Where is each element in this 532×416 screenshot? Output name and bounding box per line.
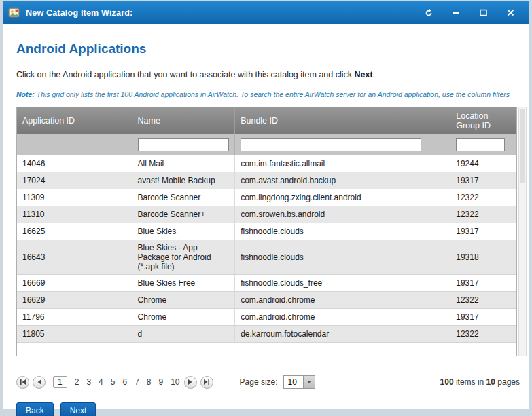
maximize-icon[interactable] — [478, 7, 489, 18]
last-page-icon — [203, 376, 210, 388]
pager-page-2[interactable]: 2 — [75, 377, 79, 387]
table-row[interactable]: 11310 Barcode Scanner+ com.srowen.bs.and… — [17, 206, 516, 223]
cell-application-id: 11309 — [17, 189, 132, 206]
filter-cell-location-group-id — [450, 134, 516, 155]
wizard-window: New Catalog Item Wizard: Android Applica… — [0, 0, 532, 416]
cell-location-group-id: 12322 — [450, 326, 516, 342]
cell-bundle-id: fishnoodle.clouds — [235, 223, 450, 240]
cell-application-id: 14046 — [17, 155, 132, 172]
column-header-bundle-id[interactable]: Bundle ID — [235, 107, 450, 134]
back-button[interactable]: Back — [16, 402, 54, 416]
instruction-next-emphasis: Next — [355, 70, 373, 79]
table-row[interactable]: 16629 Chrome com.android.chrome 12322 — [17, 292, 516, 309]
cell-name: Blue Skies — [132, 223, 236, 240]
cell-location-group-id: 12322 — [450, 292, 516, 308]
cell-name: d — [132, 326, 236, 342]
table-row[interactable]: 16669 Blue Skies Free fishnoodle.clouds_… — [17, 275, 516, 292]
table-row[interactable]: 16643 Blue Skies - App Package for Andro… — [17, 240, 516, 275]
pager-summary: 100 items in 10 pages — [440, 377, 524, 387]
page-size-select[interactable]: 10 — [283, 375, 315, 389]
location-group-id-filter-input[interactable] — [456, 138, 505, 151]
cell-bundle-id: com.android.chrome — [235, 292, 450, 308]
cell-location-group-id: 19317 — [450, 309, 516, 325]
pager-page-6[interactable]: 6 — [122, 377, 127, 387]
pager-bar: 1 2 3 4 5 6 7 8 9 10 Page si — [16, 375, 524, 389]
cell-location-group-id: 12322 — [450, 189, 516, 206]
note-label: Note: — [16, 90, 35, 98]
wizard-footer: Back Next — [16, 402, 529, 416]
scrollbar-thumb[interactable] — [520, 109, 525, 183]
cell-name: Blue Skies - App Package for Android (*.… — [132, 240, 236, 274]
cell-application-id: 11310 — [17, 206, 132, 223]
minimize-icon[interactable] — [450, 7, 461, 18]
cell-name: Chrome — [132, 309, 236, 325]
cell-application-id: 16625 — [17, 223, 132, 240]
bundle-id-filter-input[interactable] — [241, 138, 421, 151]
cell-application-id: 17024 — [17, 172, 132, 189]
cell-application-id: 11805 — [17, 326, 132, 342]
pager-page-10[interactable]: 10 — [171, 377, 179, 387]
summary-item-count: 100 — [440, 377, 454, 387]
refresh-icon[interactable] — [423, 7, 434, 18]
cell-bundle-id: com.srowen.bs.android — [235, 206, 450, 223]
cell-location-group-id: 19318 — [450, 240, 516, 274]
cell-name: Chrome — [132, 292, 236, 308]
pager-page-numbers: 1 2 3 4 5 6 7 8 9 10 — [53, 376, 180, 388]
cell-application-id: 11796 — [17, 309, 132, 325]
pager-next-button[interactable] — [184, 376, 197, 389]
cell-name: Barcode Scanner — [132, 189, 236, 206]
filter-cell-bundle-id — [235, 134, 450, 155]
pager-first-button[interactable] — [16, 376, 29, 389]
pager-page-8[interactable]: 8 — [147, 377, 152, 387]
table-row[interactable]: 11796 Chrome com.android.chrome 19317 — [17, 309, 516, 326]
pager-page-4[interactable]: 4 — [99, 377, 103, 387]
cell-bundle-id: de.karroum.fotocalendar — [235, 326, 450, 342]
vertical-scrollbar[interactable] — [518, 107, 527, 356]
grid-header-row: Application ID Name Bundle ID Location G… — [17, 107, 516, 134]
cell-location-group-id: 19244 — [450, 155, 516, 172]
wizard-content: Android Applications Click on the Androi… — [3, 24, 529, 416]
name-filter-input[interactable] — [138, 138, 229, 151]
cell-location-group-id: 12322 — [450, 206, 516, 223]
pager-page-9[interactable]: 9 — [159, 377, 164, 387]
pager-page-7[interactable]: 7 — [135, 377, 139, 387]
cell-bundle-id: com.avast.android.backup — [235, 172, 450, 189]
filter-cell-name — [132, 134, 236, 155]
column-header-location-group-id[interactable]: Location Group ID — [450, 107, 516, 134]
applications-grid: Application ID Name Bundle ID Location G… — [16, 107, 517, 356]
table-row[interactable]: 17024 avast! Mobile Backup com.avast.and… — [17, 172, 516, 189]
cell-application-id: 16629 — [17, 292, 132, 308]
next-page-icon — [187, 376, 194, 388]
cell-location-group-id: 19317 — [450, 223, 516, 240]
cell-location-group-id: 19317 — [450, 172, 516, 189]
next-button[interactable]: Next — [60, 402, 96, 416]
window-app-icon — [8, 7, 20, 19]
pager-previous-button[interactable] — [33, 376, 46, 389]
note-text: Note: This grid only lists the first 100… — [16, 90, 527, 98]
table-row[interactable]: 14046 All Mail com.im.fantastic.allmail … — [17, 155, 516, 172]
table-row[interactable]: 16625 Blue Skies fishnoodle.clouds 19317 — [17, 223, 516, 240]
page-size-dropdown-button[interactable] — [304, 375, 315, 389]
cell-name: Barcode Scanner+ — [132, 206, 236, 223]
cell-application-id: 16669 — [17, 275, 132, 291]
cell-bundle-id: com.lingdong.zxing.client.android — [235, 189, 450, 206]
title-bar: New Catalog Item Wizard: — [3, 1, 529, 24]
cell-bundle-id: com.im.fantastic.allmail — [235, 155, 450, 172]
table-row[interactable]: 11805 d de.karroum.fotocalendar 12322 — [17, 326, 516, 343]
filter-cell-application-id — [17, 134, 132, 155]
pager-page-1[interactable]: 1 — [53, 376, 67, 388]
table-row[interactable]: 11309 Barcode Scanner com.lingdong.zxing… — [17, 189, 516, 206]
close-icon[interactable] — [505, 7, 516, 18]
pager-page-5[interactable]: 5 — [111, 377, 116, 387]
column-header-name[interactable]: Name — [132, 107, 236, 134]
cell-bundle-id: fishnoodle.clouds_free — [235, 275, 450, 291]
page-title: Android Applications — [16, 41, 529, 56]
cell-bundle-id: com.android.chrome — [235, 309, 450, 325]
pager-page-3[interactable]: 3 — [86, 377, 91, 387]
note-body: This grid only lists the first 100 Andro… — [35, 90, 510, 98]
cell-location-group-id: 19317 — [450, 275, 516, 291]
column-header-application-id[interactable]: Application ID — [17, 107, 132, 134]
pager-last-button[interactable] — [200, 376, 213, 389]
cell-name: avast! Mobile Backup — [132, 172, 236, 189]
page-size-label: Page size: — [240, 377, 278, 387]
